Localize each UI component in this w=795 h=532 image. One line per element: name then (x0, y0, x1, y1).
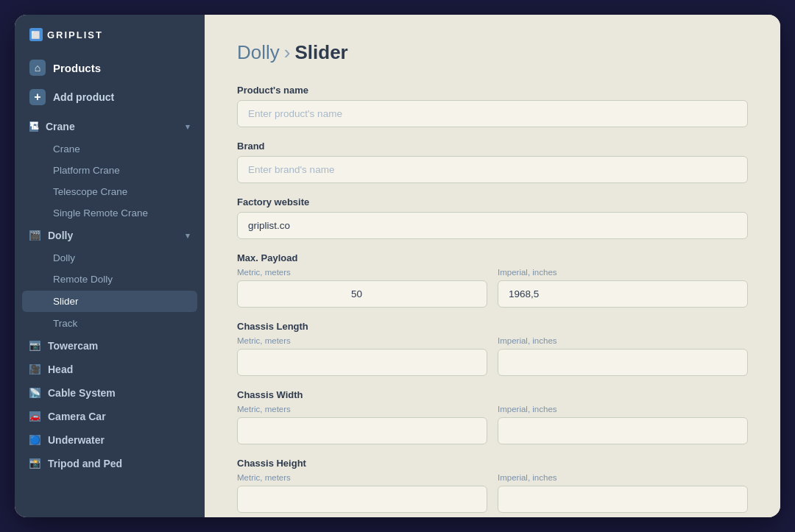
chassis-width-metric-label: Metric, meters (237, 405, 487, 414)
field-max-payload: Max. Payload Metric, meters Imperial, in… (237, 252, 748, 308)
field-chassis-width: Chassis Width Metric, meters Imperial, i… (237, 389, 748, 444)
chassis-width-metric-col: Metric, meters (237, 405, 487, 444)
breadcrumb-parent: Dolly (237, 41, 280, 64)
breadcrumb-separator: › (284, 41, 291, 64)
max-payload-imperial-col: Imperial, inches (498, 268, 748, 308)
factory-website-input[interactable] (237, 212, 748, 239)
chassis-length-imperial-label: Imperial, inches (498, 336, 748, 345)
field-product-name: Product's name (237, 85, 748, 127)
sidebar-nav: ⌂ Products + Add product 🏗 Crane ▾ Crane… (15, 50, 205, 517)
chassis-width-label: Chassis Width (237, 389, 748, 400)
brand-input[interactable] (237, 156, 748, 183)
sidebar-section-camera-car[interactable]: 🚗 Camera Car (15, 405, 205, 428)
chassis-length-metric-label: Metric, meters (237, 336, 487, 345)
factory-website-label: Factory website (237, 196, 748, 208)
chassis-width-inputs: Metric, meters Imperial, inches (237, 405, 748, 444)
field-chassis-length: Chassis Length Metric, meters Imperial, … (237, 321, 748, 376)
sidebar: ⬜ GRIPLIST ⌂ Products + Add product 🏗 Cr… (15, 15, 205, 517)
head-icon: 🎥 (29, 364, 40, 375)
sidebar-section-cable-system[interactable]: 📡 Cable System (15, 381, 205, 405)
sidebar-item-telescope-crane[interactable]: Telescope Crane (15, 181, 205, 202)
product-name-label: Product's name (237, 85, 748, 96)
logo: ⬜ GRIPLIST (15, 15, 205, 50)
chassis-length-imperial-input[interactable] (498, 349, 748, 376)
chassis-height-metric-label: Metric, meters (237, 473, 487, 482)
sidebar-item-remote-dolly[interactable]: Remote Dolly (15, 269, 205, 290)
sidebar-section-head[interactable]: 🎥 Head (15, 358, 205, 381)
chassis-length-label: Chassis Length (237, 321, 748, 332)
sidebar-section-tripod-ped[interactable]: 📸 Tripod and Ped (15, 452, 205, 475)
max-payload-metric-col: Metric, meters (237, 268, 487, 308)
sidebar-item-dolly[interactable]: Dolly (15, 247, 205, 269)
home-icon: ⌂ (29, 60, 46, 76)
chassis-length-imperial-col: Imperial, inches (498, 336, 748, 376)
chassis-width-imperial-input[interactable] (498, 417, 748, 444)
cable-icon: 📡 (29, 388, 40, 398)
sidebar-item-products[interactable]: ⌂ Products (15, 53, 205, 82)
max-payload-metric-input[interactable] (237, 280, 487, 308)
brand-label: Brand (237, 141, 748, 152)
crane-icon: 🏗 (29, 121, 38, 132)
add-icon: + (29, 89, 46, 105)
chassis-height-imperial-input[interactable] (498, 486, 748, 513)
max-payload-inputs: Metric, meters Imperial, inches (237, 268, 748, 308)
tripod-icon: 📸 (29, 458, 40, 469)
max-payload-imperial-input[interactable] (498, 280, 748, 308)
logo-icon: ⬜ (29, 28, 43, 41)
chassis-height-metric-input[interactable] (237, 486, 487, 513)
sidebar-section-towercam[interactable]: 📷 Towercam (15, 334, 205, 358)
sidebar-item-slider[interactable]: Slider (22, 291, 197, 312)
chassis-width-metric-input[interactable] (237, 417, 487, 444)
max-payload-metric-label: Metric, meters (237, 268, 487, 277)
main-content: Dolly › Slider Product's name Brand Fact… (205, 15, 780, 517)
chassis-height-imperial-col: Imperial, inches (498, 473, 748, 513)
max-payload-imperial-label: Imperial, inches (498, 268, 748, 277)
chassis-height-inputs: Metric, meters Imperial, inches (237, 473, 748, 513)
breadcrumb-current: Slider (294, 41, 347, 64)
chassis-length-metric-col: Metric, meters (237, 336, 487, 376)
chassis-width-imperial-col: Imperial, inches (498, 405, 748, 444)
sidebar-add-product[interactable]: + Add product (15, 82, 205, 112)
chassis-height-imperial-label: Imperial, inches (498, 473, 748, 482)
towercam-icon: 📷 (29, 341, 40, 351)
sidebar-item-single-remote-crane[interactable]: Single Remote Crane (15, 202, 205, 224)
sidebar-section-crane[interactable]: 🏗 Crane ▾ (15, 115, 205, 138)
dolly-icon: 🎬 (29, 230, 40, 241)
chevron-down-icon: ▾ (186, 122, 190, 132)
breadcrumb: Dolly › Slider (237, 41, 748, 64)
field-brand: Brand (237, 141, 748, 183)
chassis-length-metric-input[interactable] (237, 349, 487, 376)
sidebar-item-crane[interactable]: Crane (15, 138, 205, 160)
field-factory-website: Factory website (237, 196, 748, 239)
underwater-icon: 🔵 (29, 435, 40, 445)
camera-car-icon: 🚗 (29, 411, 40, 422)
sidebar-item-platform-crane[interactable]: Platform Crane (15, 160, 205, 181)
app-window: ⬜ GRIPLIST ⌂ Products + Add product 🏗 Cr… (15, 15, 780, 517)
chassis-height-label: Chassis Height (237, 458, 748, 469)
field-chassis-height: Chassis Height Metric, meters Imperial, … (237, 458, 748, 513)
chevron-down-icon-dolly: ▾ (186, 231, 190, 241)
sidebar-section-underwater[interactable]: 🔵 Underwater (15, 428, 205, 452)
chassis-height-metric-col: Metric, meters (237, 473, 487, 513)
product-name-input[interactable] (237, 100, 748, 127)
sidebar-item-track[interactable]: Track (15, 313, 205, 334)
max-payload-label: Max. Payload (237, 252, 748, 263)
chassis-width-imperial-label: Imperial, inches (498, 405, 748, 414)
sidebar-section-dolly[interactable]: 🎬 Dolly ▾ (15, 224, 205, 247)
chassis-length-inputs: Metric, meters Imperial, inches (237, 336, 748, 376)
